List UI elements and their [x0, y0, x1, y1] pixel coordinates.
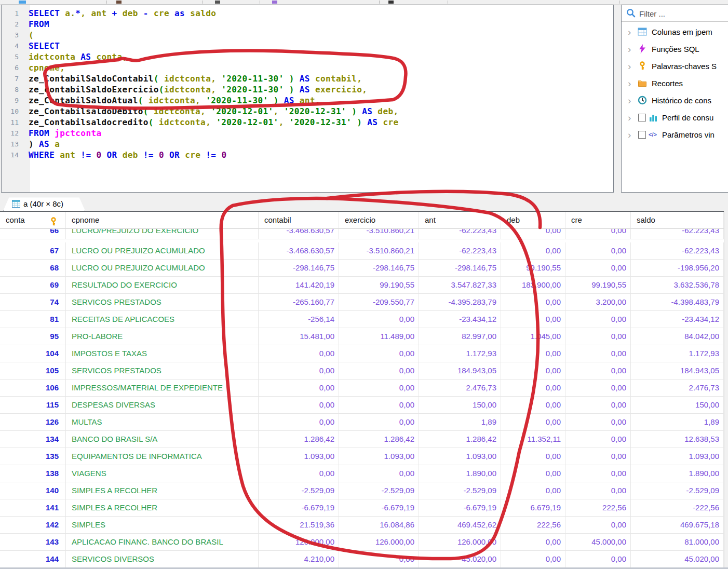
filter-box[interactable]	[622, 5, 728, 22]
code-line[interactable]: 5idctconta AS conta,	[2, 51, 613, 62]
table-row[interactable]: 141SIMPLES A RECOLHER-6.679,19-6.679,19-…	[0, 499, 724, 517]
cell[interactable]: 0,00	[339, 414, 419, 431]
cell[interactable]: 0,00	[339, 465, 419, 482]
cell[interactable]: 184.943,05	[631, 362, 724, 380]
cell[interactable]: 0,00	[565, 242, 631, 260]
cell[interactable]: 11.352,11	[501, 431, 565, 448]
header-cell-conta[interactable]: conta	[0, 212, 66, 229]
cell[interactable]: 0,00	[259, 414, 339, 431]
table-row[interactable]: 144SERVICOS DIVERSOS4.210,000,0045.020,0…	[0, 551, 724, 568]
cell[interactable]: 0,00	[565, 362, 631, 380]
cell[interactable]: 115	[0, 397, 66, 414]
cell[interactable]: 1.286,42	[339, 431, 419, 448]
cell[interactable]: 0,00	[565, 345, 631, 362]
cell[interactable]: -3.468.630,57	[259, 229, 339, 239]
table-row[interactable]: 104IMPOSTOS E TAXAS0,000,001.172,930,000…	[0, 345, 724, 362]
cell[interactable]: 3.200,00	[565, 294, 631, 311]
table-row[interactable]: 138VIAGENS0,000,001.890,000,000,001.890,…	[0, 465, 724, 482]
cell[interactable]: 1.172,93	[419, 345, 501, 362]
tree-item-par-metros-vin[interactable]: ›</>Parâmetros vin	[622, 127, 728, 144]
cell[interactable]: 0,00	[565, 414, 631, 431]
header-cell-ant[interactable]: ant	[419, 212, 501, 229]
code-line[interactable]: 3(	[2, 30, 613, 40]
cell[interactable]: 222,56	[501, 517, 565, 534]
cell[interactable]: BANCO DO BRASIL S/A	[66, 431, 259, 448]
chevron-right-icon[interactable]: ›	[628, 24, 635, 41]
cell[interactable]: 0,00	[501, 534, 565, 551]
cell[interactable]: -62.223,43	[419, 242, 501, 260]
table-row[interactable]: 115DESPESAS DIVERSAS0,000,00150,000,000,…	[0, 397, 724, 414]
cell[interactable]: -3.468.630,57	[259, 242, 339, 260]
cell[interactable]: 74	[0, 294, 66, 311]
chevron-right-icon[interactable]: ›	[628, 127, 635, 144]
sql-code[interactable]: 1SELECT a.*, ant + deb - cre as saldo2FR…	[2, 8, 613, 160]
tree-item-perfil-de-consu[interactable]: ›Perfil de consu	[622, 110, 728, 127]
table-row[interactable]: 106IMPRESSOS/MATERIAL DE EXPEDIENTE0,000…	[0, 380, 724, 397]
chevron-right-icon[interactable]: ›	[628, 110, 635, 127]
cell[interactable]: 140	[0, 482, 66, 499]
header-cell-exercicio[interactable]: exercicio	[339, 212, 419, 229]
checkbox[interactable]	[638, 114, 646, 121]
cell[interactable]: SIMPLES A RECOLHER	[66, 482, 259, 499]
cell[interactable]: VIAGENS	[66, 465, 259, 482]
cell[interactable]: 0,00	[259, 397, 339, 414]
table-row[interactable]: 142SIMPLES21.519,3616.084,86469.452,6222…	[0, 517, 724, 534]
chevron-right-icon[interactable]: ›	[628, 92, 635, 110]
tree-item-colunas-em-jpem[interactable]: ›Colunas em jpem	[622, 24, 728, 41]
cell[interactable]: 67	[0, 242, 66, 260]
table-row[interactable]: 74SERVICOS PRESTADOS-265.160,77-209.550,…	[0, 294, 724, 311]
cell[interactable]: 184.943,05	[419, 362, 501, 380]
cell[interactable]: 1.093,00	[259, 448, 339, 465]
table-row[interactable]: 126MULTAS0,000,001,890,000,001,89	[0, 414, 724, 431]
cell[interactable]: 2.476,73	[419, 380, 501, 397]
cell[interactable]: 1,89	[631, 414, 724, 431]
cell[interactable]: 0,00	[259, 345, 339, 362]
cell[interactable]: 68	[0, 260, 66, 277]
cell[interactable]: -62.223,43	[419, 229, 501, 239]
cell[interactable]: 150,00	[631, 397, 724, 414]
cell[interactable]: 0,00	[501, 448, 565, 465]
cell[interactable]: 0,00	[339, 397, 419, 414]
cell[interactable]: 106	[0, 380, 66, 397]
cell[interactable]: -198.956,20	[631, 260, 724, 277]
cell[interactable]: 0,00	[259, 380, 339, 397]
cell[interactable]: 4.210,00	[259, 551, 339, 568]
code-line[interactable]: 8ze_contabilSaldoExercicio(idctconta, '2…	[2, 84, 613, 95]
table-row[interactable]: 68LUCRO OU PREJUIZO ACUMULADO-298.146,75…	[0, 260, 724, 277]
code-line[interactable]: 13) AS a	[2, 139, 613, 150]
header-cell-cre[interactable]: cre	[565, 212, 631, 229]
cell[interactable]: 138	[0, 465, 66, 482]
cell[interactable]: 222,56	[565, 499, 631, 517]
cell[interactable]: 0,00	[339, 380, 419, 397]
cell[interactable]: 45.000,00	[565, 534, 631, 551]
table-row[interactable]: 134BANCO DO BRASIL S/A1.286,421.286,421.…	[0, 431, 724, 448]
cell[interactable]: -4.395.283,79	[419, 294, 501, 311]
code-line[interactable]: 2FROM	[2, 19, 613, 30]
cell[interactable]: 142	[0, 517, 66, 534]
cell[interactable]: 45.020,00	[419, 551, 501, 568]
table-row[interactable]: 67LUCRO OU PREJUIZO ACUMULADO-3.468.630,…	[0, 242, 724, 260]
cell[interactable]: 82.997,00	[419, 328, 501, 345]
cell[interactable]: 66	[0, 229, 66, 239]
cell[interactable]: 16.084,86	[339, 517, 419, 534]
cell[interactable]: 12.638,53	[631, 431, 724, 448]
cell[interactable]: 0,00	[501, 362, 565, 380]
cell[interactable]: 0,00	[339, 345, 419, 362]
cell[interactable]: -2.529,09	[339, 482, 419, 499]
header-cell-contabil[interactable]: contabil	[259, 212, 339, 229]
cell[interactable]: 1.890,00	[631, 465, 724, 482]
chevron-right-icon[interactable]: ›	[628, 41, 635, 58]
cell[interactable]: 81.000,00	[631, 534, 724, 551]
cell[interactable]: 6.679,19	[501, 499, 565, 517]
cell[interactable]: 0,00	[565, 465, 631, 482]
cell[interactable]: 126.000,00	[339, 534, 419, 551]
cell[interactable]: -222,56	[631, 499, 724, 517]
code-line[interactable]: 4SELECT	[2, 40, 613, 51]
cell[interactable]: 45.020,00	[631, 551, 724, 568]
cell[interactable]: PRO-LABORE	[66, 328, 259, 345]
code-line[interactable]: 10ze_ContabilsaldoDebito( idctconta, '20…	[2, 106, 613, 117]
cell[interactable]: 81	[0, 311, 66, 328]
table-row[interactable]: 105SERVICOS PRESTADOS0,000,00184.943,050…	[0, 362, 724, 380]
code-line[interactable]: 7ze_ContabilSaldoContabil( idctconta, '2…	[2, 73, 613, 84]
table-row[interactable]: 140SIMPLES A RECOLHER-2.529,09-2.529,09-…	[0, 482, 724, 499]
